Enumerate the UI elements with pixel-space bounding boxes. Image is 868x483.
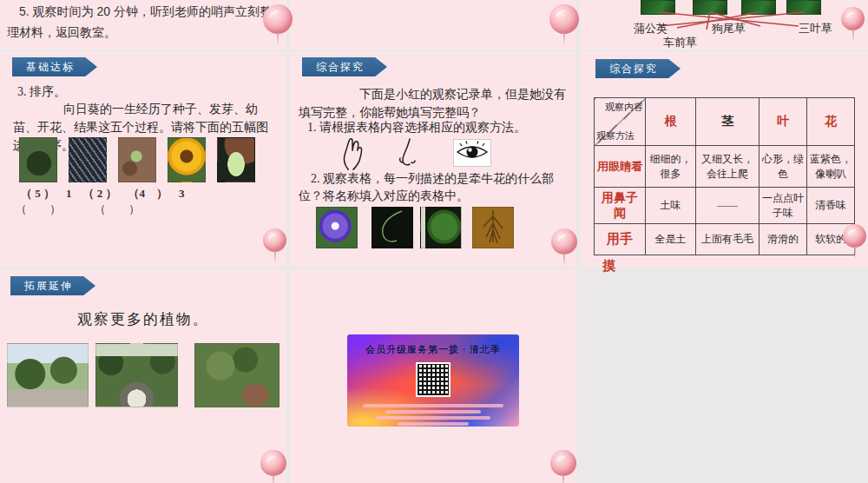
lollipop-pin xyxy=(549,4,579,34)
photo-seed-head xyxy=(19,137,57,182)
question-1: 1. 请根据表格内容选择相应的观察方法。 xyxy=(307,120,573,136)
lollipop-pin xyxy=(263,4,293,34)
cell-touch-root: 全是土 xyxy=(646,224,696,255)
photo-sunflower-bloom xyxy=(168,137,206,182)
promo-banner[interactable]: 会员升级服务第一拨 · 清北季 xyxy=(347,334,519,427)
extension-text: 观察更多的植物。 xyxy=(0,309,286,329)
promo-title: 会员升级服务第一拨 · 清北季 xyxy=(347,343,519,356)
label-plantain: 车前草 xyxy=(663,35,697,50)
cell-smell-leaf: 一点点叶子味 xyxy=(760,188,807,224)
slide-observation-table[interactable]: 综合探究 观察内容 观察方法 根 茎 叶 花 用眼睛看 细细的，很多 又细又长，… xyxy=(580,52,868,267)
row-label-touch: 用手 xyxy=(595,224,646,255)
photo-sunflower-seeds xyxy=(69,137,107,182)
section-ribbon: 综合探究 xyxy=(595,59,681,78)
photo-seedling xyxy=(217,137,255,182)
sunflower-stage-images xyxy=(19,137,263,186)
lollipop-pin xyxy=(260,450,286,476)
slides-preview-page: 5. 观察时间为 20 分钟，听到老师的哨声立刻整理材料，返回教室。 蒲公英 车… xyxy=(0,0,868,483)
slide-promo[interactable]: 会员升级服务第一拨 · 清北季 xyxy=(290,269,576,483)
row-label-look: 用眼睛看 xyxy=(595,146,646,188)
promo-small-text-line xyxy=(385,410,481,414)
section-ribbon: 拓展延伸 xyxy=(10,276,95,295)
cell-look-leaf: 心形，绿色 xyxy=(760,146,807,188)
answer-row-1: （ 5 ） 1 （ 2 ） （4 ） 3 xyxy=(21,186,185,202)
cell-look-stem: 又细又长，会往上爬 xyxy=(696,146,760,188)
slide-observe-rules[interactable]: 5. 观察时间为 20 分钟，听到老师的哨声立刻整理材料，返回教室。 xyxy=(0,0,286,50)
photo-morning-glory-flower xyxy=(316,207,358,248)
cell-smell-stem: —— xyxy=(696,188,760,224)
corner-label-method: 观察方法 xyxy=(596,129,635,142)
photo-germination xyxy=(118,137,156,182)
photo-park-bridge xyxy=(95,343,178,407)
lollipop-pin xyxy=(843,224,866,248)
observation-table: 观察内容 观察方法 根 茎 叶 花 用眼睛看 细细的，很多 又细又长，会往上爬 … xyxy=(594,97,855,255)
intro-text: 下面是小红的观察记录单，但是她没有填写完整，你能帮她填写完整吗？ xyxy=(299,85,569,122)
col-header-flower: 花 xyxy=(807,98,855,146)
col-header-leaf: 叶 xyxy=(760,98,807,146)
question-2: 2. 观察表格，每一列描述的是牵牛花的什么部位？将名称填入对应的表格中。 xyxy=(299,170,571,206)
cell-touch-leaf: 滑滑的 xyxy=(760,224,807,255)
lollipop-pin xyxy=(550,450,576,476)
cell-touch-stem: 上面有毛毛 xyxy=(696,224,760,255)
lollipop-pin xyxy=(263,228,286,252)
table-corner-cell: 观察内容 观察方法 xyxy=(595,98,646,146)
col-header-stem: 茎 xyxy=(696,98,760,146)
answer-row-2: （ ） （ ） xyxy=(16,202,140,217)
lollipop-pin xyxy=(551,228,577,255)
photo-morning-glory-leaf xyxy=(420,207,462,248)
slide-blank[interactable] xyxy=(290,0,576,50)
corner-label-content: 观察内容 xyxy=(605,101,643,114)
hand-icon xyxy=(339,136,368,172)
slide-plant-matching[interactable]: 蒲公英 车前草 狗尾草 三叶草 xyxy=(580,0,868,50)
cell-smell-root: 土味 xyxy=(646,188,696,224)
photo-garden-shrubs xyxy=(194,343,279,407)
eye-icon xyxy=(453,139,491,167)
slide-record-sheet[interactable]: 综合探究 下面是小红的观察记录单，但是她没有填写完整，你能帮她填写完整吗？ 1.… xyxy=(290,52,576,267)
section-ribbon: 综合探究 xyxy=(302,57,387,76)
photo-morning-glory-root xyxy=(472,207,514,248)
nose-icon xyxy=(396,137,418,172)
col-header-root: 根 xyxy=(646,98,696,146)
row-label-smell: 用鼻子闻 xyxy=(595,188,646,224)
lollipop-pin xyxy=(841,7,865,30)
slide-sorting[interactable]: 基础达标 3. 排序。 向日葵的一生经历了种子、发芽、幼苗、开花、结果这五个过程… xyxy=(0,52,286,267)
row-label-touch-overflow: 摸 xyxy=(602,258,615,275)
qr-code xyxy=(416,362,450,397)
slide-extension[interactable]: 拓展延伸 观察更多的植物。 xyxy=(0,269,286,483)
cell-look-flower: 蓝紫色，像喇叭 xyxy=(807,146,855,188)
section-ribbon: 基础达标 xyxy=(12,57,97,76)
promo-small-text-line xyxy=(398,422,469,426)
question-number: 3. 排序。 xyxy=(17,84,66,100)
promo-small-text-line xyxy=(363,404,503,407)
label-clover: 三叶草 xyxy=(799,21,832,36)
promo-small-text-line xyxy=(376,416,490,420)
label-foxtail: 狗尾草 xyxy=(712,21,746,36)
cell-smell-flower: 清香味 xyxy=(807,188,855,224)
photo-morning-glory-stem xyxy=(372,207,413,248)
cell-look-root: 细细的，很多 xyxy=(646,146,696,188)
rule-text: 5. 观察时间为 20 分钟，听到老师的哨声立刻整理材料，返回教室。 xyxy=(7,2,273,43)
photo-street-trees xyxy=(7,343,89,407)
